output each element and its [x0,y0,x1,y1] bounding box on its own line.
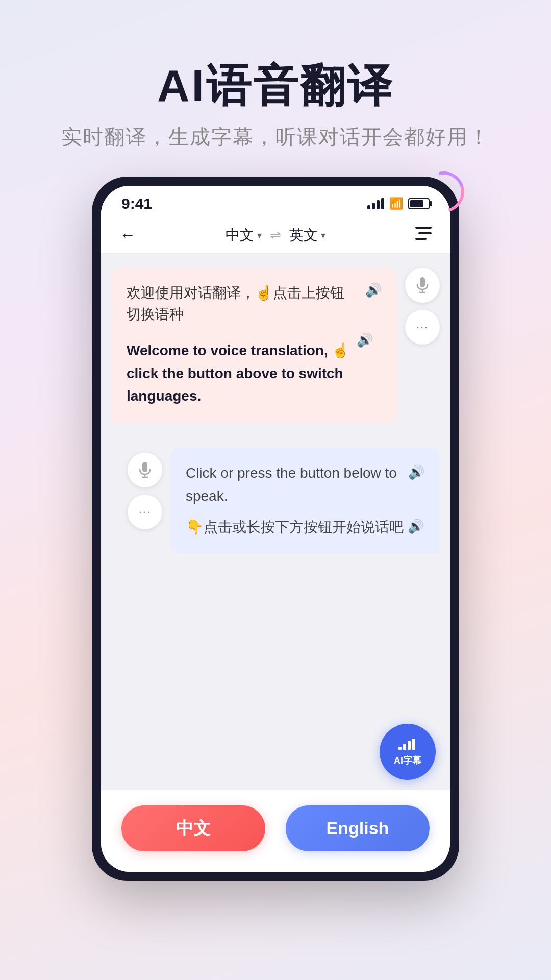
subtitle: 实时翻译，生成字幕，听课对话开会都好用！ [61,123,490,151]
main-title: AI语音翻译 [61,61,490,111]
chinese-speak-button[interactable]: 中文 [121,805,265,851]
phone-mockup: 9:41 📶 ← [92,177,459,881]
side-buttons-right: ··· [405,268,440,345]
svg-rect-2 [415,238,427,240]
phone-screen: 9:41 📶 ← [101,186,450,872]
header: AI语音翻译 实时翻译，生成字幕，听课对话开会都好用！ [61,0,490,172]
status-time: 9:41 [121,195,152,212]
ai-caption-button[interactable]: AI字幕 [380,724,436,780]
bubble-right-wrapper: ··· Click or press the button below to s… [111,448,440,553]
wifi-icon: 📶 [389,197,403,210]
bubble-right: Click or press the button below to speak… [170,448,440,553]
bubble-text-right-en: Click or press the button below to speak… [186,462,424,508]
mic-button-left[interactable] [128,453,162,487]
status-bar: 9:41 📶 [101,186,450,217]
svg-rect-6 [142,462,147,472]
svg-rect-9 [398,747,402,750]
nav-langs: 中文 ▾ ⇌ 英文 ▾ [226,226,325,245]
sound-icon-left[interactable]: 🔊 [365,282,382,298]
lang-left-button[interactable]: 中文 ▾ [226,226,262,245]
page-wrapper: AI语音翻译 实时翻译，生成字幕，听课对话开会都好用！ 9:41 📶 [0,0,551,980]
nav-bar: ← 中文 ▾ ⇌ 英文 ▾ [101,217,450,254]
sound-icon-right-en[interactable]: 🔊 [408,462,424,483]
swap-button[interactable]: ⇌ [270,227,281,243]
more-button-left[interactable]: ··· [128,495,162,529]
sound-icon-right-cn[interactable]: 🔊 [408,516,424,537]
bubble-text-cn: 欢迎使用对话翻译，☝点击上按钮切换语种 [127,282,358,325]
more-button-right[interactable]: ··· [405,310,440,345]
svg-rect-10 [403,744,406,750]
sound-icon-left-en[interactable]: 🔊 [357,332,373,348]
svg-rect-0 [415,227,432,229]
bubble-left: 欢迎使用对话翻译，☝点击上按钮切换语种 🔊 Welcome to voice t… [111,268,397,422]
ai-caption-label: AI字幕 [394,754,421,767]
lang-right-button[interactable]: 英文 ▾ [289,226,325,245]
signal-icon [367,198,384,209]
lang-left-arrow: ▾ [257,230,262,241]
english-speak-button[interactable]: English [286,805,430,851]
lang-right-arrow: ▾ [321,230,325,241]
settings-button[interactable] [415,227,432,243]
bubble-text-en: Welcome to voice translation, ☝click the… [127,339,349,408]
bubble-text-right-cn: 👇点击或长按下方按钮开始说话吧 🔊 [186,516,424,539]
side-buttons-left: ··· [128,453,162,529]
mic-button-right[interactable] [405,268,440,303]
bottom-buttons: 中文 English [101,790,450,872]
back-button[interactable]: ← [119,226,136,244]
ai-caption-icon [398,737,417,753]
status-icons: 📶 [367,197,430,210]
chat-area: 欢迎使用对话翻译，☝点击上按钮切换语种 🔊 Welcome to voice t… [101,254,450,790]
svg-rect-1 [418,232,432,234]
svg-rect-11 [408,741,411,750]
battery-icon [408,198,430,209]
svg-rect-12 [412,739,415,750]
svg-rect-3 [420,277,425,287]
